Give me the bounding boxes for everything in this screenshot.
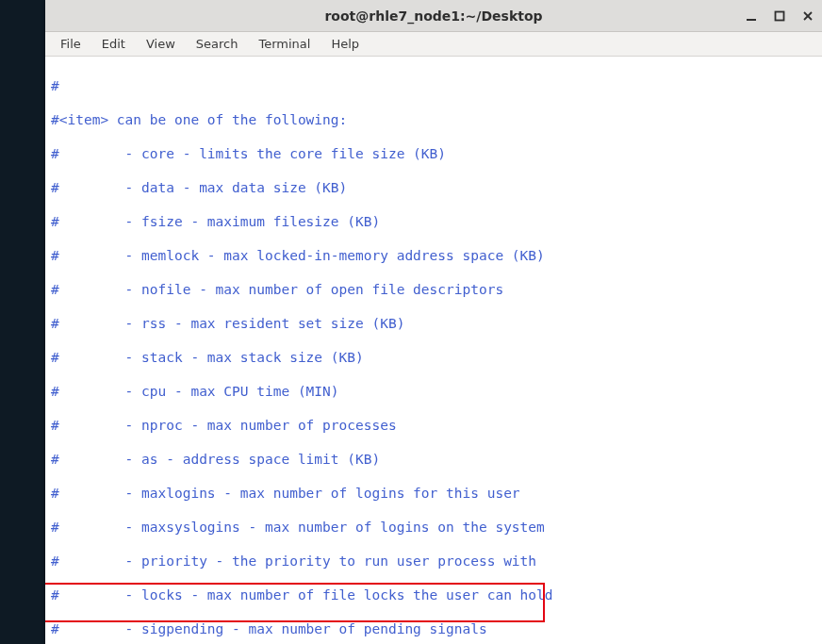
file-line: # - cpu - max CPU time (MIN)	[51, 383, 816, 400]
menu-view[interactable]: View	[137, 35, 185, 53]
titlebar[interactable]: root@rhle7_node1:~/Desktop	[45, 0, 822, 32]
file-line: # - nproc - max number of processes	[51, 417, 816, 434]
file-line: # - fsize - maximum filesize (KB)	[51, 213, 816, 230]
close-button[interactable]	[801, 9, 814, 23]
file-line: # - stack - max stack size (KB)	[51, 349, 816, 366]
file-line: # - nofile - max number of open file des…	[51, 281, 816, 298]
file-line: # - locks - max number of file locks the…	[51, 586, 816, 603]
file-line: # - memlock - max locked-in-memory addre…	[51, 247, 816, 264]
menu-help[interactable]: Help	[321, 35, 369, 53]
svg-rect-0	[747, 19, 756, 21]
file-line: # - data - max data size (KB)	[51, 179, 816, 196]
window-title: root@rhle7_node1:~/Desktop	[324, 8, 542, 24]
file-line: # - priority - the priority to run user …	[51, 553, 816, 570]
menu-edit[interactable]: Edit	[92, 35, 135, 53]
menu-file[interactable]: File	[51, 35, 90, 53]
file-line: # - sigpending - max number of pending s…	[51, 620, 816, 637]
terminal-window: root@rhle7_node1:~/Desktop File Edit Vie…	[45, 0, 822, 644]
file-line: # - rss - max resident set size (KB)	[51, 315, 816, 332]
menubar: File Edit View Search Terminal Help	[45, 32, 822, 57]
file-line: # - maxlogins - max number of logins for…	[51, 485, 816, 502]
terminal-viewport[interactable]: # #<item> can be one of the following: #…	[45, 57, 822, 644]
desktop-background: root@rhle7_node1:~/Desktop File Edit Vie…	[0, 0, 822, 644]
menu-search[interactable]: Search	[187, 35, 248, 53]
maximize-button[interactable]	[773, 9, 786, 23]
file-line: # - as - address space limit (KB)	[51, 451, 816, 468]
menu-terminal[interactable]: Terminal	[249, 35, 320, 53]
file-line: # - maxsyslogins - max number of logins …	[51, 519, 816, 536]
file-line: #<item> can be one of the following:	[51, 111, 816, 128]
svg-rect-1	[776, 11, 784, 20]
file-line: # - core - limits the core file size (KB…	[51, 145, 816, 162]
file-line: #	[51, 77, 816, 94]
minimize-button[interactable]	[745, 9, 758, 23]
window-controls	[745, 0, 814, 31]
